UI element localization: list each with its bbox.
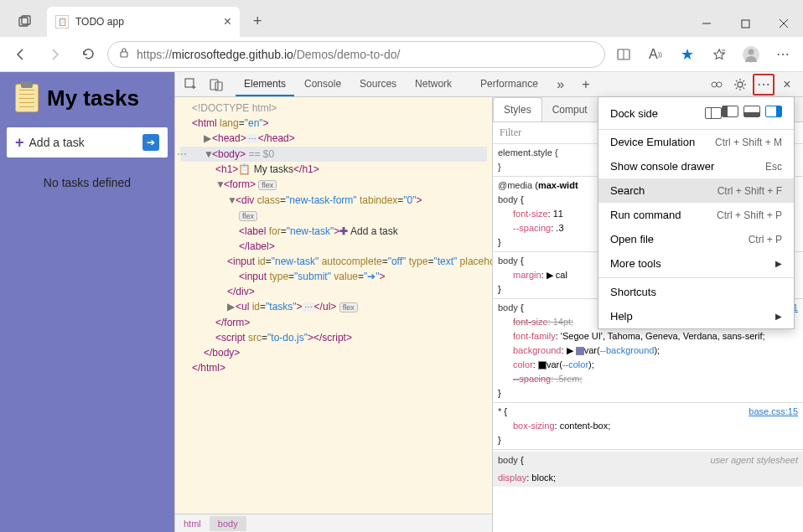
elements-panel: <!DOCTYPE html> <html lang="en"> ▶<head>… bbox=[175, 97, 492, 532]
window-titlebar: 📋 TODO app × + bbox=[0, 0, 803, 37]
tab-network[interactable]: Network bbox=[407, 73, 460, 96]
lock-icon bbox=[118, 47, 130, 61]
menu-item-shortcuts[interactable]: Shortcuts bbox=[598, 280, 794, 304]
devtools-close-icon[interactable]: × bbox=[776, 74, 798, 96]
svg-rect-6 bbox=[121, 52, 127, 57]
dock-undock-icon[interactable] bbox=[705, 107, 722, 119]
tab-title: TODO app bbox=[75, 16, 217, 28]
dock-right-icon[interactable] bbox=[765, 106, 782, 117]
address-bar: https://microsoftedge.github.io/Demos/de… bbox=[0, 37, 803, 72]
clipboard-icon bbox=[15, 84, 39, 112]
forward-button[interactable] bbox=[40, 40, 69, 69]
no-tasks-label: No tasks defined bbox=[0, 169, 174, 189]
read-aloud-icon[interactable]: A)) bbox=[642, 41, 669, 68]
plus-icon: + bbox=[15, 134, 24, 152]
tab-close-icon[interactable]: × bbox=[224, 14, 231, 29]
add-tab-icon[interactable]: + bbox=[575, 74, 597, 96]
menu-item-more-tools[interactable]: More tools▶ bbox=[598, 251, 794, 276]
app-panel: My tasks + Add a task ➔ No tasks defined bbox=[0, 72, 174, 532]
favorite-star-icon[interactable]: ★ bbox=[674, 41, 701, 68]
dock-left-icon[interactable] bbox=[722, 106, 738, 117]
tab-sources[interactable]: Sources bbox=[351, 73, 405, 96]
svg-point-12 bbox=[749, 49, 754, 54]
tab-console[interactable]: Console bbox=[296, 73, 350, 96]
menu-item-run-command[interactable]: Run commandCtrl + Shift + P bbox=[598, 203, 794, 227]
add-task-input[interactable]: + Add a task ➔ bbox=[7, 127, 168, 158]
svg-point-16 bbox=[712, 82, 717, 87]
device-toggle-icon[interactable] bbox=[205, 74, 227, 96]
tab-performance[interactable]: Performance bbox=[472, 73, 547, 96]
browser-tab[interactable]: 📋 TODO app × bbox=[47, 7, 240, 37]
close-window-button[interactable] bbox=[764, 10, 803, 37]
dock-side-label: Dock side bbox=[610, 107, 658, 120]
dock-bottom-icon[interactable] bbox=[743, 106, 760, 117]
reading-view-icon[interactable] bbox=[610, 41, 637, 68]
menu-item-help[interactable]: Help▶ bbox=[598, 304, 794, 328]
svg-rect-14 bbox=[210, 80, 218, 90]
more-tabs-icon[interactable]: » bbox=[550, 74, 572, 96]
devtools-tabs: Elements Console Sources Network Perform… bbox=[236, 73, 547, 96]
submit-arrow-icon[interactable]: ➔ bbox=[142, 134, 159, 151]
add-task-placeholder: Add a task bbox=[29, 136, 137, 149]
tab-favicon: 📋 bbox=[55, 15, 69, 28]
computed-tab[interactable]: Comput bbox=[542, 98, 598, 121]
refresh-button[interactable] bbox=[74, 40, 102, 69]
breadcrumb-body[interactable]: body bbox=[210, 516, 246, 531]
devtools-more-icon[interactable]: ⋯ bbox=[753, 74, 775, 96]
svg-point-18 bbox=[738, 82, 743, 87]
menu-item-show-console-drawer[interactable]: Show console drawerEsc bbox=[598, 154, 794, 178]
new-tab-button[interactable]: + bbox=[246, 6, 269, 37]
dom-tree[interactable]: <!DOCTYPE html> <html lang="en"> ▶<head>… bbox=[175, 97, 492, 514]
styles-tab[interactable]: Styles bbox=[493, 97, 542, 121]
minimize-button[interactable] bbox=[687, 10, 726, 37]
app-title: My tasks bbox=[47, 85, 139, 111]
back-button[interactable] bbox=[7, 40, 35, 69]
tab-actions-icon[interactable] bbox=[10, 7, 40, 37]
svg-point-17 bbox=[717, 82, 722, 87]
breadcrumb-html[interactable]: html bbox=[175, 516, 210, 531]
tab-elements[interactable]: Elements bbox=[236, 73, 294, 96]
menu-item-open-file[interactable]: Open fileCtrl + P bbox=[598, 227, 794, 251]
menu-icon[interactable]: ⋯ bbox=[769, 41, 796, 68]
menu-item-device-emulation[interactable]: Device EmulationCtrl + Shift + M bbox=[598, 130, 794, 154]
url-text: https://microsoftedge.github.io/Demos/de… bbox=[137, 48, 594, 61]
dom-breadcrumb: html body bbox=[175, 514, 492, 532]
devtools-toolbar: Elements Console Sources Network Perform… bbox=[175, 72, 803, 97]
svg-rect-3 bbox=[742, 20, 749, 28]
source-link[interactable]: base.css:15 bbox=[749, 405, 798, 419]
profile-icon[interactable] bbox=[738, 41, 764, 68]
favorites-icon[interactable] bbox=[706, 41, 733, 68]
settings-gear-icon[interactable] bbox=[729, 74, 751, 96]
url-input[interactable]: https://microsoftedge.github.io/Demos/de… bbox=[107, 41, 605, 68]
menu-item-search[interactable]: SearchCtrl + Shift + F bbox=[598, 178, 794, 203]
maximize-button[interactable] bbox=[726, 10, 764, 37]
inspect-element-icon[interactable] bbox=[180, 74, 202, 96]
devtools-menu: Dock side Device EmulationCtrl + Shift +… bbox=[598, 96, 795, 329]
issues-icon[interactable] bbox=[706, 74, 728, 96]
